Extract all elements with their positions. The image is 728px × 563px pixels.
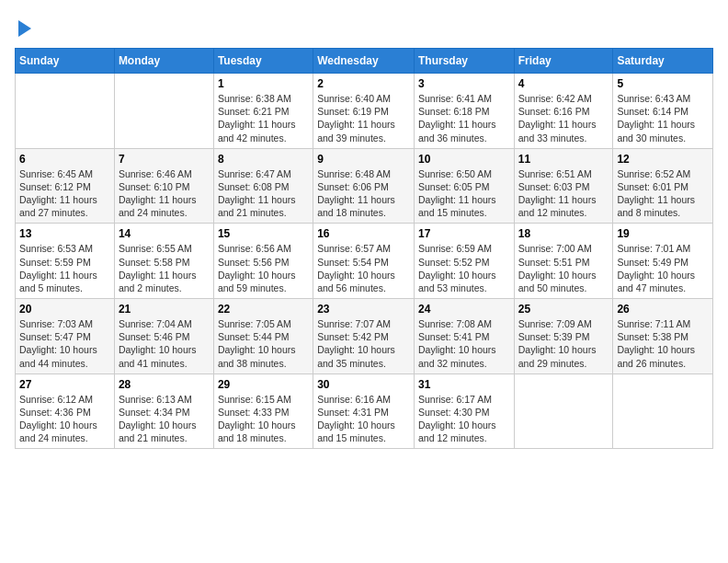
day-number: 16	[317, 227, 410, 240]
day-info: Sunrise: 6:15 AMSunset: 4:33 PMDaylight:…	[218, 393, 309, 445]
day-info: Sunrise: 6:53 AMSunset: 5:59 PMDaylight:…	[19, 242, 110, 294]
calendar-cell: 18Sunrise: 7:00 AMSunset: 5:51 PMDayligh…	[514, 224, 613, 299]
calendar-cell: 11Sunrise: 6:51 AMSunset: 6:03 PMDayligh…	[514, 148, 613, 224]
calendar-cell	[613, 373, 713, 449]
day-number: 14	[119, 227, 210, 240]
calendar-cell: 23Sunrise: 7:07 AMSunset: 5:42 PMDayligh…	[313, 299, 415, 374]
day-number: 15	[218, 227, 309, 240]
day-number: 24	[418, 303, 510, 316]
logo-arrow-icon	[18, 20, 31, 37]
header-saturday: Saturday	[613, 49, 713, 74]
header-sunday: Sunday	[16, 49, 115, 74]
day-number: 22	[218, 303, 309, 316]
day-info: Sunrise: 6:16 AMSunset: 4:31 PMDaylight:…	[317, 393, 410, 445]
day-info: Sunrise: 6:42 AMSunset: 6:16 PMDaylight:…	[518, 92, 609, 144]
calendar-cell: 29Sunrise: 6:15 AMSunset: 4:33 PMDayligh…	[213, 373, 313, 449]
day-number: 7	[119, 153, 210, 166]
day-number: 17	[418, 227, 510, 240]
calendar-cell: 2Sunrise: 6:40 AMSunset: 6:19 PMDaylight…	[313, 74, 415, 149]
day-info: Sunrise: 6:51 AMSunset: 6:03 PMDaylight:…	[518, 167, 609, 220]
calendar-cell: 25Sunrise: 7:09 AMSunset: 5:39 PMDayligh…	[514, 299, 613, 374]
calendar-table: SundayMondayTuesdayWednesdayThursdayFrid…	[15, 48, 713, 449]
calendar-cell: 21Sunrise: 7:04 AMSunset: 5:46 PMDayligh…	[114, 299, 213, 374]
week-row-2: 13Sunrise: 6:53 AMSunset: 5:59 PMDayligh…	[16, 224, 713, 299]
day-number: 29	[218, 378, 309, 391]
week-row-3: 20Sunrise: 7:03 AMSunset: 5:47 PMDayligh…	[16, 299, 713, 374]
day-info: Sunrise: 6:48 AMSunset: 6:06 PMDaylight:…	[317, 167, 410, 220]
day-info: Sunrise: 7:11 AMSunset: 5:38 PMDaylight:…	[617, 317, 709, 370]
day-info: Sunrise: 6:13 AMSunset: 4:34 PMDaylight:…	[119, 393, 210, 445]
day-number: 2	[317, 77, 410, 90]
calendar-cell: 6Sunrise: 6:45 AMSunset: 6:12 PMDaylight…	[16, 148, 115, 224]
day-number: 30	[317, 378, 410, 391]
day-number: 27	[19, 378, 110, 391]
day-number: 28	[119, 378, 210, 391]
calendar-cell: 26Sunrise: 7:11 AMSunset: 5:38 PMDayligh…	[613, 299, 713, 374]
calendar-cell: 10Sunrise: 6:50 AMSunset: 6:05 PMDayligh…	[414, 148, 514, 224]
calendar-cell: 5Sunrise: 6:43 AMSunset: 6:14 PMDaylight…	[613, 74, 713, 149]
day-info: Sunrise: 7:01 AMSunset: 5:49 PMDaylight:…	[617, 242, 709, 294]
calendar-cell: 27Sunrise: 6:12 AMSunset: 4:36 PMDayligh…	[16, 373, 115, 449]
week-row-4: 27Sunrise: 6:12 AMSunset: 4:36 PMDayligh…	[16, 373, 713, 449]
week-row-1: 6Sunrise: 6:45 AMSunset: 6:12 PMDaylight…	[16, 148, 713, 224]
day-number: 4	[518, 77, 609, 90]
day-info: Sunrise: 6:46 AMSunset: 6:10 PMDaylight:…	[119, 167, 210, 220]
calendar-cell: 8Sunrise: 6:47 AMSunset: 6:08 PMDaylight…	[213, 148, 313, 224]
day-number: 1	[218, 77, 309, 90]
calendar-cell: 20Sunrise: 7:03 AMSunset: 5:47 PMDayligh…	[16, 299, 115, 374]
day-info: Sunrise: 6:38 AMSunset: 6:21 PMDaylight:…	[218, 92, 309, 144]
day-number: 12	[617, 153, 709, 166]
calendar-cell: 16Sunrise: 6:57 AMSunset: 5:54 PMDayligh…	[313, 224, 415, 299]
calendar-cell: 15Sunrise: 6:56 AMSunset: 5:56 PMDayligh…	[213, 224, 313, 299]
day-info: Sunrise: 7:00 AMSunset: 5:51 PMDaylight:…	[518, 242, 609, 294]
day-info: Sunrise: 6:12 AMSunset: 4:36 PMDaylight:…	[19, 393, 110, 445]
header-friday: Friday	[514, 49, 613, 74]
day-info: Sunrise: 6:57 AMSunset: 5:54 PMDaylight:…	[317, 242, 410, 294]
header-wednesday: Wednesday	[313, 49, 415, 74]
day-info: Sunrise: 7:08 AMSunset: 5:41 PMDaylight:…	[418, 317, 510, 370]
day-number: 13	[19, 227, 110, 240]
day-number: 31	[418, 378, 510, 391]
day-info: Sunrise: 7:05 AMSunset: 5:44 PMDaylight:…	[218, 317, 309, 370]
header-tuesday: Tuesday	[213, 49, 313, 74]
calendar-cell	[114, 74, 213, 149]
day-info: Sunrise: 6:47 AMSunset: 6:08 PMDaylight:…	[218, 167, 309, 220]
day-info: Sunrise: 7:03 AMSunset: 5:47 PMDaylight:…	[19, 317, 110, 370]
day-number: 19	[617, 227, 709, 240]
day-number: 6	[19, 153, 110, 166]
calendar-cell: 24Sunrise: 7:08 AMSunset: 5:41 PMDayligh…	[414, 299, 514, 374]
calendar-cell: 28Sunrise: 6:13 AMSunset: 4:34 PMDayligh…	[114, 373, 213, 449]
day-info: Sunrise: 6:17 AMSunset: 4:30 PMDaylight:…	[418, 393, 510, 445]
day-number: 21	[119, 303, 210, 316]
week-row-0: 1Sunrise: 6:38 AMSunset: 6:21 PMDaylight…	[16, 74, 713, 149]
calendar-cell: 13Sunrise: 6:53 AMSunset: 5:59 PMDayligh…	[16, 224, 115, 299]
calendar-cell: 3Sunrise: 6:41 AMSunset: 6:18 PMDaylight…	[414, 74, 514, 149]
calendar-cell: 9Sunrise: 6:48 AMSunset: 6:06 PMDaylight…	[313, 148, 415, 224]
calendar-cell: 22Sunrise: 7:05 AMSunset: 5:44 PMDayligh…	[213, 299, 313, 374]
calendar-cell: 14Sunrise: 6:55 AMSunset: 5:58 PMDayligh…	[114, 224, 213, 299]
day-info: Sunrise: 6:59 AMSunset: 5:52 PMDaylight:…	[418, 242, 510, 294]
day-info: Sunrise: 6:45 AMSunset: 6:12 PMDaylight:…	[19, 167, 110, 220]
calendar-cell: 7Sunrise: 6:46 AMSunset: 6:10 PMDaylight…	[114, 148, 213, 224]
day-number: 9	[317, 153, 410, 166]
calendar-cell: 30Sunrise: 6:16 AMSunset: 4:31 PMDayligh…	[313, 373, 415, 449]
day-info: Sunrise: 7:04 AMSunset: 5:46 PMDaylight:…	[119, 317, 210, 370]
day-info: Sunrise: 6:56 AMSunset: 5:56 PMDaylight:…	[218, 242, 309, 294]
day-info: Sunrise: 7:09 AMSunset: 5:39 PMDaylight:…	[518, 317, 609, 370]
day-info: Sunrise: 6:55 AMSunset: 5:58 PMDaylight:…	[119, 242, 210, 294]
day-info: Sunrise: 7:07 AMSunset: 5:42 PMDaylight:…	[317, 317, 410, 370]
calendar-cell	[514, 373, 613, 449]
header-thursday: Thursday	[414, 49, 514, 74]
day-info: Sunrise: 6:43 AMSunset: 6:14 PMDaylight:…	[617, 92, 709, 144]
day-number: 20	[19, 303, 110, 316]
day-number: 3	[418, 77, 510, 90]
header-monday: Monday	[114, 49, 213, 74]
day-info: Sunrise: 6:40 AMSunset: 6:19 PMDaylight:…	[317, 92, 410, 144]
day-number: 26	[617, 303, 709, 316]
day-number: 18	[518, 227, 609, 240]
calendar-cell: 31Sunrise: 6:17 AMSunset: 4:30 PMDayligh…	[414, 373, 514, 449]
day-info: Sunrise: 6:52 AMSunset: 6:01 PMDaylight:…	[617, 167, 709, 220]
calendar-cell: 4Sunrise: 6:42 AMSunset: 6:16 PMDaylight…	[514, 74, 613, 149]
page-header	[15, 15, 713, 37]
calendar-cell: 17Sunrise: 6:59 AMSunset: 5:52 PMDayligh…	[414, 224, 514, 299]
